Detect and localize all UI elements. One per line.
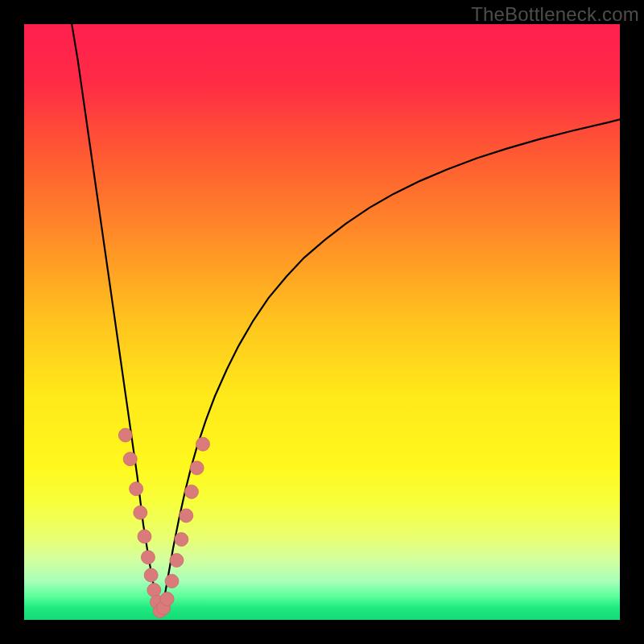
watermark-text: TheBottleneck.com — [471, 3, 639, 26]
marker-dot — [196, 437, 210, 451]
marker-dot — [147, 584, 161, 597]
marker-dot — [180, 509, 193, 522]
marker-dot — [184, 485, 198, 498]
marker-dot — [165, 574, 179, 588]
marker-dot — [170, 554, 184, 568]
curve-left-branch — [72, 24, 160, 614]
marker-dot — [144, 568, 158, 582]
marker-dot — [141, 551, 155, 564]
marker-dot — [118, 428, 132, 442]
marker-dot — [175, 533, 188, 547]
plot-area — [24, 24, 620, 620]
curves-layer — [24, 24, 620, 620]
marker-dots — [118, 428, 209, 617]
marker-dot — [160, 592, 174, 606]
marker-dot — [138, 530, 151, 543]
marker-dot — [123, 452, 137, 466]
marker-dot — [130, 482, 143, 496]
marker-dot — [190, 461, 204, 475]
marker-dot — [134, 506, 147, 519]
curve-right-branch — [160, 119, 620, 613]
chart-frame: TheBottleneck.com — [0, 0, 644, 644]
